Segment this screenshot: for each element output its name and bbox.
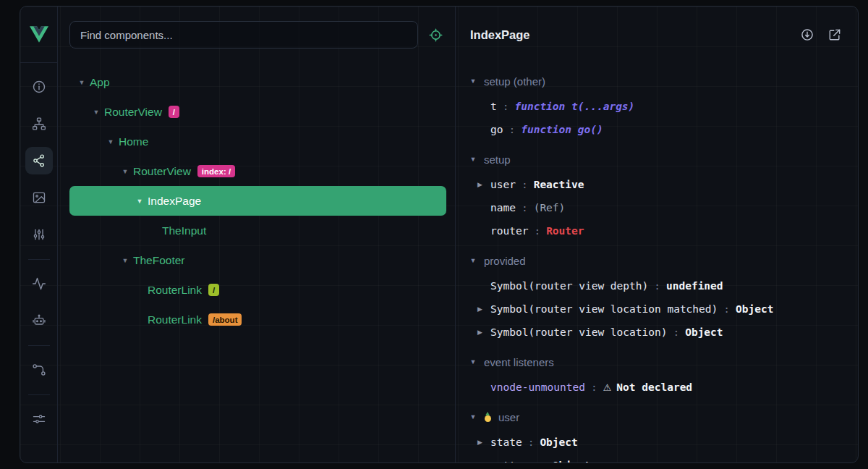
property-key: t bbox=[490, 101, 497, 112]
property-key: Symbol(router view location) bbox=[490, 326, 667, 338]
route-badge: / bbox=[208, 284, 219, 296]
property-key: name bbox=[490, 202, 516, 214]
component-name: IndexPage bbox=[148, 195, 201, 208]
tree-row-app[interactable]: ▼App bbox=[69, 67, 446, 97]
section-label: provided bbox=[484, 255, 526, 267]
property-row: name:(Ref) bbox=[469, 196, 858, 219]
colon-separator: : bbox=[509, 124, 515, 135]
component-hierarchy-icon[interactable] bbox=[25, 110, 53, 138]
tree-row-thefooter[interactable]: ▼TheFooter bbox=[69, 245, 446, 275]
section-header[interactable]: ▼event listeners bbox=[469, 348, 858, 376]
inspector-section: ▼user▶state:Object▶getters:Object bbox=[469, 403, 858, 462]
property-value: (Ref) bbox=[534, 202, 566, 214]
tree-row-routerlink[interactable]: RouterLink/about bbox=[69, 305, 446, 334]
info-icon[interactable] bbox=[25, 73, 53, 101]
section-header[interactable]: ▼user bbox=[469, 403, 858, 431]
component-name: Home bbox=[119, 135, 148, 148]
rail-divider bbox=[28, 345, 50, 346]
component-name: TheInput bbox=[162, 224, 206, 237]
caret-down-icon[interactable]: ▼ bbox=[103, 138, 119, 145]
flow-branch-icon[interactable] bbox=[25, 356, 53, 384]
property-key: user bbox=[490, 179, 516, 190]
scroll-to-component-icon[interactable] bbox=[800, 28, 814, 42]
vue-logo bbox=[20, 7, 57, 63]
caret-down-icon[interactable]: ▼ bbox=[74, 79, 90, 86]
caret-down-icon: ▼ bbox=[469, 257, 477, 264]
caret-down-icon: ▼ bbox=[469, 413, 477, 421]
property-value: function t(...args) bbox=[514, 101, 634, 112]
property-key: Symbol(router view depth) bbox=[490, 280, 648, 292]
property-row[interactable]: ▶Symbol(router view location matched):Ob… bbox=[469, 297, 858, 321]
inspector-header: IndexPage bbox=[456, 7, 858, 63]
assets-image-icon[interactable] bbox=[25, 184, 53, 211]
property-value: function go() bbox=[521, 124, 603, 135]
section-header[interactable]: ▼setup bbox=[469, 145, 858, 173]
property-row: router:Router bbox=[469, 219, 858, 242]
equalizer-icon[interactable] bbox=[25, 221, 53, 248]
rail-divider bbox=[28, 259, 50, 260]
colon-separator: : bbox=[528, 436, 535, 448]
property-row[interactable]: ▶getters:Object bbox=[469, 454, 858, 462]
component-name: RouterLink bbox=[148, 284, 202, 297]
settings-sliders-icon[interactable] bbox=[25, 405, 53, 433]
caret-down-icon[interactable]: ▼ bbox=[88, 109, 104, 116]
section-label: event listeners bbox=[484, 356, 554, 368]
colon-separator: : bbox=[522, 202, 528, 214]
property-key: go bbox=[490, 124, 503, 135]
inspector-title: IndexPage bbox=[470, 28, 787, 42]
caret-down-icon[interactable]: ▼ bbox=[117, 168, 133, 175]
property-row: Symbol(router view depth):undefined bbox=[469, 274, 858, 297]
tree-row-theinput[interactable]: TheInput bbox=[69, 216, 446, 245]
tree-row-home[interactable]: ▼Home bbox=[69, 127, 446, 156]
property-row[interactable]: ▶user:Reactive bbox=[469, 173, 858, 196]
inspector-section: ▼event listenersvnode-unmounted:⚠Not dec… bbox=[469, 348, 858, 399]
sidebar-rail bbox=[20, 7, 58, 462]
property-row: vnode-unmounted:⚠Not declared bbox=[469, 376, 858, 399]
caret-right-icon[interactable]: ▶ bbox=[477, 181, 490, 188]
robot-icon[interactable] bbox=[25, 307, 53, 334]
caret-right-icon[interactable]: ▶ bbox=[477, 439, 490, 446]
caret-down-icon: ▼ bbox=[469, 358, 477, 366]
caret-right-icon[interactable]: ▶ bbox=[477, 305, 490, 313]
property-value: Not declared bbox=[616, 381, 692, 393]
property-value: undefined bbox=[666, 280, 723, 292]
caret-right-icon[interactable]: ▶ bbox=[477, 329, 490, 336]
property-key: vnode-unmounted bbox=[490, 381, 585, 393]
section-label: setup bbox=[484, 153, 511, 166]
inspector-content: ▼setup (other)t:function t(...args)go:fu… bbox=[456, 63, 858, 462]
property-row[interactable]: ▶Symbol(router view location):Object bbox=[469, 321, 858, 344]
tree-row-routerview[interactable]: ▼RouterViewindex: / bbox=[69, 156, 446, 186]
open-in-editor-icon[interactable] bbox=[827, 28, 842, 42]
search-input[interactable] bbox=[69, 21, 418, 48]
components-nodes-icon[interactable] bbox=[25, 147, 53, 174]
property-value: Router bbox=[546, 225, 584, 237]
tree-row-routerlink[interactable]: RouterLink/ bbox=[69, 275, 446, 305]
inspector-section: ▼setup▶user:Reactivename:(Ref)router:Rou… bbox=[469, 145, 858, 242]
inspector-section: ▼setup (other)t:function t(...args)go:fu… bbox=[469, 67, 858, 141]
component-name: RouterLink bbox=[148, 313, 202, 326]
section-label: setup (other) bbox=[484, 75, 545, 88]
caret-down-icon[interactable]: ▼ bbox=[117, 257, 133, 264]
tree-row-routerview[interactable]: ▼RouterView/ bbox=[69, 97, 446, 127]
property-value: Reactive bbox=[534, 179, 584, 190]
rail-divider bbox=[28, 394, 50, 395]
timeline-wave-icon[interactable] bbox=[25, 270, 53, 297]
component-name: TheFooter bbox=[133, 254, 185, 267]
colon-separator: : bbox=[591, 381, 597, 393]
pick-component-target-icon[interactable] bbox=[428, 28, 443, 43]
tree-row-indexpage[interactable]: ▼IndexPage bbox=[69, 186, 446, 216]
property-row[interactable]: ▶state:Object bbox=[469, 431, 858, 454]
property-row: go:function go() bbox=[469, 118, 858, 141]
property-row: t:function t(...args) bbox=[469, 95, 858, 118]
section-header[interactable]: ▼provided bbox=[469, 247, 858, 274]
property-key: getters bbox=[490, 460, 535, 462]
component-tree-panel: ▼App▼RouterView/▼Home▼RouterViewindex: /… bbox=[58, 7, 456, 462]
colon-separator: : bbox=[540, 460, 547, 462]
colon-separator: : bbox=[522, 179, 528, 190]
section-header[interactable]: ▼setup (other) bbox=[469, 67, 858, 95]
property-key: router bbox=[490, 225, 528, 237]
caret-down-icon[interactable]: ▼ bbox=[132, 198, 148, 205]
caret-right-icon[interactable]: ▶ bbox=[477, 462, 490, 462]
section-label: user bbox=[498, 411, 519, 423]
tree-toolbar bbox=[58, 7, 455, 63]
